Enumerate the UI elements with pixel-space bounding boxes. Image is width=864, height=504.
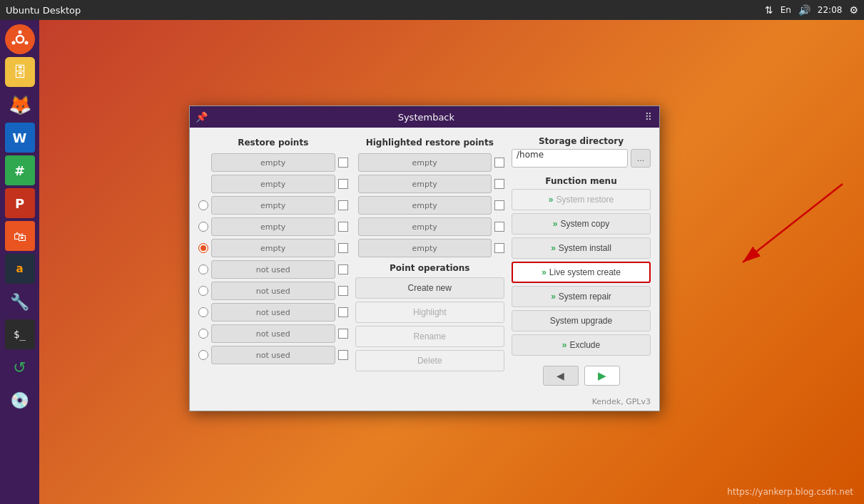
restore-row-5: empty	[198, 239, 348, 257]
sidebar: 🗄 🦊 W # P 🛍 a 🔧 $_ ↺ 💿	[0, 20, 39, 504]
pin-icon: 📌	[195, 111, 208, 123]
system-copy-button[interactable]: » System copy	[512, 213, 651, 235]
radio-10[interactable]	[198, 350, 208, 360]
radio-9[interactable]	[198, 329, 208, 339]
systemback-dialog: 📌 Systemback ⠿ Restore points empty empt…	[189, 106, 660, 411]
sidebar-app-settings[interactable]: 🔧	[5, 287, 35, 317]
highlight-cb-2[interactable]	[494, 179, 504, 189]
system-restore-button[interactable]: » System restore	[512, 189, 651, 210]
menu-dots-icon[interactable]: ⠿	[645, 111, 654, 123]
highlight-cb-4[interactable]	[494, 222, 504, 232]
radio-7[interactable]	[198, 286, 208, 296]
sidebar-app-writer[interactable]: W	[5, 123, 35, 153]
system-install-button[interactable]: » System install	[512, 237, 651, 259]
checkbox-4[interactable]	[338, 222, 348, 232]
highlight-btn-3[interactable]: empty	[358, 196, 492, 215]
sidebar-app-impress[interactable]: P	[5, 188, 35, 218]
nav-forward-button[interactable]: ▶	[584, 366, 620, 386]
restore-btn-4[interactable]: empty	[211, 217, 335, 236]
highlight-btn-4[interactable]: empty	[358, 217, 492, 236]
highlighted-header: Highlighted restore points	[355, 136, 505, 149]
sidebar-app-firefox[interactable]: 🦊	[5, 90, 35, 120]
svg-point-2	[18, 31, 21, 34]
sidebar-app-calc[interactable]: #	[5, 155, 35, 185]
highlight-button[interactable]: Highlight	[355, 302, 505, 323]
restore-row-1: empty	[198, 153, 348, 172]
checkbox-7[interactable]	[338, 286, 348, 296]
restore-btn-10[interactable]: not used	[211, 346, 335, 364]
system-repair-label: System repair	[559, 292, 611, 302]
sidebar-app-dvd[interactable]: 💿	[5, 385, 35, 415]
restore-btn-2[interactable]: empty	[211, 175, 335, 193]
double-arrow-icon-3: »	[551, 243, 556, 253]
radio-8[interactable]	[198, 307, 208, 317]
system-upgrade-button[interactable]: System upgrade	[512, 310, 651, 331]
highlight-row-5: empty	[355, 239, 505, 257]
sidebar-app-backup[interactable]: ↺	[5, 352, 35, 382]
red-arrow-annotation	[686, 177, 850, 277]
checkbox-5[interactable]	[338, 243, 348, 253]
live-system-create-button[interactable]: » Live system create	[512, 262, 651, 283]
highlight-row-3: empty	[355, 196, 505, 215]
create-new-button[interactable]: Create new	[355, 277, 505, 299]
restore-btn-8[interactable]: not used	[211, 303, 335, 322]
system-install-label: System install	[559, 243, 611, 253]
rename-button[interactable]: Rename	[355, 326, 505, 347]
delete-button[interactable]: Delete	[355, 350, 505, 371]
highlight-btn-1[interactable]: empty	[358, 153, 492, 172]
dialog-titlebar: 📌 Systemback ⠿	[190, 106, 659, 128]
lang-indicator: En	[781, 5, 791, 15]
sidebar-app-ubuntu[interactable]	[5, 24, 35, 54]
sidebar-app-software[interactable]: 🛍	[5, 221, 35, 251]
double-arrow-icon-5: »	[551, 292, 556, 302]
highlight-cb-5[interactable]	[494, 243, 504, 253]
url-watermark: https://yankerp.blog.csdn.net	[727, 487, 853, 497]
taskbar-right: ⇅ En 🔊 22:08 ⚙	[765, 4, 858, 16]
restore-points-header: Restore points	[198, 136, 348, 149]
sidebar-app-terminal[interactable]: $_	[5, 319, 35, 349]
checkbox-8[interactable]	[338, 307, 348, 317]
point-ops-section: Point operations Create new Highlight Re…	[355, 263, 505, 371]
radio-3[interactable]	[198, 200, 208, 210]
highlight-row-2: empty	[355, 175, 505, 193]
radio-5[interactable]	[198, 243, 208, 253]
system-upgrade-label: System upgrade	[550, 316, 612, 326]
nav-back-button[interactable]: ◀	[543, 366, 579, 386]
double-arrow-icon-2: »	[553, 219, 558, 229]
clock: 22:08	[818, 5, 843, 15]
checkbox-6[interactable]	[338, 264, 348, 274]
highlight-btn-2[interactable]: empty	[358, 175, 492, 193]
function-menu-section: Function menu » System restore » System …	[512, 176, 651, 359]
restore-btn-6[interactable]: not used	[211, 260, 335, 279]
restore-btn-7[interactable]: not used	[211, 282, 335, 300]
storage-browse-button[interactable]: ...	[631, 149, 651, 168]
checkbox-9[interactable]	[338, 329, 348, 339]
restore-btn-1[interactable]: empty	[211, 153, 335, 172]
system-repair-button[interactable]: » System repair	[512, 286, 651, 307]
radio-6[interactable]	[198, 264, 208, 274]
input-icon: ⇅	[765, 4, 773, 16]
restore-row-2: empty	[198, 175, 348, 193]
nav-arrows: ◀ ▶	[512, 366, 651, 386]
double-arrow-icon-4: »	[542, 267, 547, 277]
sidebar-app-files[interactable]: 🗄	[5, 57, 35, 87]
exclude-button[interactable]: » Exclude	[512, 334, 651, 356]
double-arrow-icon: »	[549, 195, 554, 205]
radio-4[interactable]	[198, 222, 208, 232]
checkbox-2[interactable]	[338, 179, 348, 189]
highlight-btn-5[interactable]: empty	[358, 239, 492, 257]
highlight-cb-3[interactable]	[494, 200, 504, 210]
dialog-footer: Kendek, GPLv3	[190, 394, 659, 411]
restore-btn-5[interactable]: empty	[211, 239, 335, 257]
highlight-cb-1[interactable]	[494, 158, 504, 168]
sidebar-app-amazon[interactable]: a	[5, 254, 35, 284]
storage-path-field[interactable]: /home	[512, 149, 628, 168]
restore-btn-3[interactable]: empty	[211, 196, 335, 215]
checkbox-10[interactable]	[338, 350, 348, 360]
restore-btn-9[interactable]: not used	[211, 324, 335, 343]
highlighted-column: Highlighted restore points empty empty e…	[355, 136, 505, 386]
checkbox-1[interactable]	[338, 158, 348, 168]
storage-header: Storage directory	[512, 136, 651, 146]
live-system-create-label: Live system create	[549, 267, 621, 277]
checkbox-3[interactable]	[338, 200, 348, 210]
